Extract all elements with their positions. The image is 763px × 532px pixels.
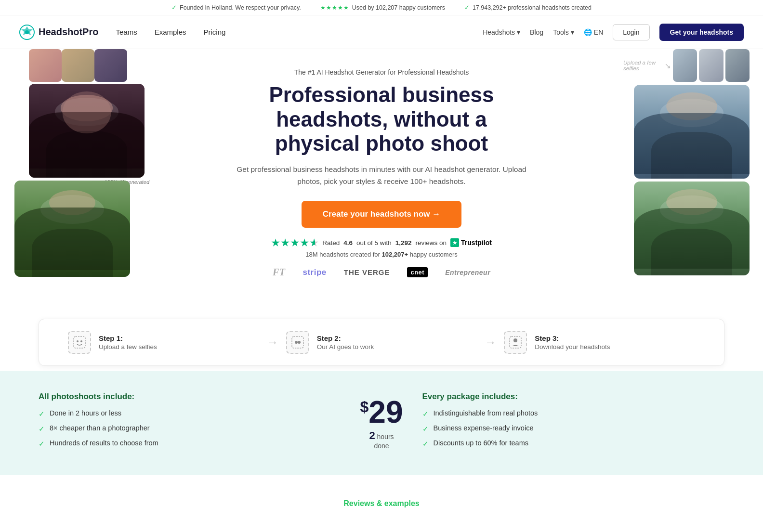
left-mini-photos [29, 49, 140, 82]
hours-label: 2 hoursdone [360, 429, 403, 450]
trustpilot-stars [271, 238, 318, 247]
svg-point-4 [77, 340, 79, 342]
svg-point-5 [80, 340, 82, 342]
price-value: 29 [368, 395, 403, 429]
topbar-privacy-text: Founded in Holland. We respect your priv… [180, 4, 301, 11]
svg-point-10 [513, 338, 517, 342]
nav-tools[interactable]: Tools ▾ [553, 28, 574, 36]
value-left-title: All photoshoots include: [39, 392, 341, 402]
face-icon [73, 336, 86, 349]
trustpilot-icon-letter: ★ [452, 240, 457, 246]
step-3-title: Step 3: [535, 334, 610, 342]
download-icon [509, 336, 522, 349]
svg-point-2 [25, 30, 29, 34]
steps-bar: Step 1: Upload a few selfies → Step 2: O… [39, 319, 724, 366]
value-right-label-2: Business expense-ready invoice [434, 424, 534, 432]
topbar-item-customers: ★★★★★ Used by 102,207 happy customers [320, 4, 445, 11]
logo[interactable]: HeadshotPro [19, 25, 98, 40]
value-item-2: ✓ 8× cheaper than a photographer [39, 424, 341, 433]
nav-headshots[interactable]: Headshots ▾ [483, 28, 520, 36]
customers-row: 18M headshots created for 102,207+ happy… [232, 251, 531, 258]
hours-number: 2 [369, 429, 375, 441]
trustpilot-logo: ★ Trustpilot [450, 238, 492, 247]
step-2-title: Step 2: [317, 334, 374, 342]
entrepreneur-logo: Entrepreneur [445, 269, 490, 276]
value-left: All photoshoots include: ✓ Done in 2 hou… [39, 392, 341, 454]
login-button[interactable]: Login [613, 24, 649, 40]
topbar-customers-text: Used by 102,207 happy customers [352, 4, 445, 11]
reviews-section: Reviews & examples [0, 475, 763, 521]
value-item-3: ✓ Hundreds of results to choose from [39, 439, 341, 448]
customer-count: 102,207+ [382, 251, 408, 258]
check-icon-v3: ✓ [39, 440, 45, 448]
topbar-headshots-text: 17,943,292+ professional headshots creat… [473, 4, 592, 11]
nav-headshots-label: Headshots [483, 28, 515, 36]
logo-icon [19, 25, 35, 40]
right-photos: Upload a few selfies ↙ [623, 49, 763, 275]
trust-row: Rated 4.6 out of 5 with 1,292 reviews on… [232, 238, 531, 247]
right-photo-man-2 [634, 182, 750, 275]
value-right-item-2: ✓ Business expense-ready invoice [422, 424, 725, 433]
trustpilot-icon: ★ [450, 238, 459, 247]
rated-text: Rated [322, 239, 340, 247]
nav-examples[interactable]: Examples [155, 28, 186, 36]
happy-customers-text: happy customers [410, 251, 458, 258]
star-1 [271, 238, 280, 247]
trustpilot-name: Trustpilot [461, 239, 492, 247]
price-symbol: $ [360, 398, 369, 415]
navbar: HeadshotPro Teams Examples Pricing Heads… [0, 15, 763, 49]
step-arrow-1: → [267, 336, 278, 349]
nav-pricing[interactable]: Pricing [204, 28, 226, 36]
mini-photo-3 [94, 49, 127, 82]
chevron-down-icon-2: ▾ [571, 28, 574, 36]
step-3-desc: Download your headshots [535, 343, 610, 350]
step-2-desc: Our AI goes to work [317, 343, 374, 350]
value-right-label-3: Discounts up to 60% for teams [434, 439, 528, 447]
stripe-logo: stripe [303, 268, 326, 277]
out-of-text: out of 5 with [356, 239, 392, 247]
star-4 [300, 238, 309, 247]
svg-point-7 [295, 341, 298, 344]
arrow-icon: ↙ [665, 61, 671, 70]
the-verge-logo: THE VERGE [344, 268, 390, 276]
right-mini-photos-row: Upload a few selfies ↙ [623, 49, 750, 82]
step-1-content: Step 1: Upload a few selfies [99, 334, 157, 350]
right-mini-3 [725, 49, 750, 82]
right-mini-1 [673, 49, 697, 82]
left-photo-woman-outdoor [14, 181, 130, 277]
step-arrow-2: → [485, 336, 496, 349]
check-icon-v2: ✓ [39, 425, 45, 433]
star-3 [290, 238, 299, 247]
star-2 [281, 238, 289, 247]
value-right-item-3: ✓ Discounts up to 60% for teams [422, 439, 725, 448]
value-section: All photoshoots include: ✓ Done in 2 hou… [0, 371, 763, 475]
value-price: $29 2 hoursdone [360, 397, 403, 450]
create-headshots-button[interactable]: Create your headshots now → [302, 201, 462, 228]
step-1-desc: Upload a few selfies [99, 343, 157, 350]
reviews-on-text: reviews on [416, 239, 447, 247]
svg-point-8 [298, 341, 301, 344]
check-icon-r1: ✓ [422, 410, 429, 418]
value-right-title: Every package includes: [422, 392, 725, 402]
hero-center: The #1 AI Headshot Generator for Profess… [232, 64, 531, 285]
step-1-title: Step 1: [99, 334, 157, 342]
chevron-down-icon: ▾ [517, 28, 520, 36]
upload-label: Upload a few selfies [623, 60, 660, 71]
nav-lang-label: EN [594, 28, 603, 36]
step-3-content: Step 3: Download your headshots [535, 334, 610, 350]
get-headshots-button[interactable]: Get your headshots [659, 24, 744, 41]
nav-teams[interactable]: Teams [116, 28, 137, 36]
check-icon-r3: ✓ [422, 440, 429, 448]
value-right: Every package includes: ✓ Indistinguisha… [422, 392, 725, 454]
nav-blog[interactable]: Blog [530, 28, 543, 36]
svg-rect-3 [74, 337, 85, 348]
mini-photo-2 [62, 49, 94, 82]
nav-language[interactable]: 🌐 EN [584, 28, 603, 36]
rating-value: 4.6 [343, 239, 353, 247]
nav-tools-label: Tools [553, 28, 569, 36]
nav-left: HeadshotPro Teams Examples Pricing [19, 25, 225, 40]
check-icon: ✓ [171, 4, 177, 11]
step-3-icon [504, 331, 527, 354]
press-logos: FT stripe THE VERGE cnet Entrepreneur [232, 267, 531, 285]
stars-icon: ★★★★★ [320, 4, 349, 11]
